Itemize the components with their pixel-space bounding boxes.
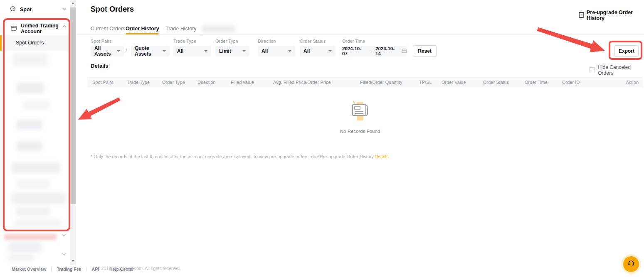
column-header: Trade Type	[127, 80, 150, 85]
column-header: Order Value	[442, 80, 466, 85]
sidebar-item-unified-trading-account[interactable]: Unified Trading Account	[11, 23, 68, 34]
order-type-dropdown[interactable]: Limit	[215, 46, 249, 56]
redacted-menu-item[interactable]	[15, 219, 61, 228]
order-time-label: Order Time	[342, 39, 365, 44]
order-status-dropdown[interactable]: All	[300, 46, 336, 56]
empty-state: No Records Found	[324, 100, 396, 134]
hide-canceled-orders-toggle[interactable]: Hide Canceled Orders	[590, 64, 644, 76]
export-button[interactable]: Export	[614, 45, 639, 57]
wallet-card-icon	[11, 26, 17, 32]
redacted-menu-item[interactable]	[17, 180, 50, 189]
direction-dropdown[interactable]: All	[258, 46, 295, 56]
quote-asset-dropdown[interactable]: Quote Assets	[131, 46, 170, 56]
column-header: Order ID	[562, 80, 580, 85]
document-icon	[579, 12, 584, 19]
trade-type-label: Trade Type	[173, 39, 196, 44]
redacted-menu-item[interactable]	[23, 101, 49, 110]
chevron-down-icon	[62, 6, 67, 14]
order-time-range-picker[interactable]: 2024-10-07 → 2024-10-14	[342, 46, 407, 56]
caret-down-icon	[163, 50, 166, 52]
trade-type-dropdown[interactable]: All	[173, 46, 211, 56]
sidebar: Spot Unified Trading Account Spot Orders	[0, 0, 70, 266]
redacted-menu-item[interactable]	[17, 83, 44, 93]
order-type-label: Order Type	[215, 39, 238, 44]
customer-support-button[interactable]	[623, 256, 639, 272]
annotation-arrow-export	[534, 25, 609, 56]
sidebar-item-label: Unified Trading Account	[21, 23, 68, 34]
caret-down-icon	[288, 50, 291, 52]
column-header: Filled/Order Quantity	[360, 80, 402, 85]
quote-asset-value: Quote Assets	[135, 45, 159, 57]
caret-down-icon	[242, 50, 246, 52]
date-range-arrow: →	[368, 49, 373, 54]
redacted-menu-item[interactable]	[12, 193, 66, 204]
scroll-up-icon[interactable]: ▲	[70, 0, 76, 7]
details-title: Details	[91, 63, 109, 69]
hide-canceled-label: Hide Canceled Orders	[598, 64, 644, 76]
details-link[interactable]: Details	[375, 154, 389, 159]
redacted-menu-item[interactable]	[17, 142, 42, 151]
redacted-menu-item-highlighted[interactable]	[4, 234, 57, 240]
caret-down-icon	[328, 50, 332, 52]
footer-divider	[86, 267, 86, 271]
caret-down-icon	[117, 50, 120, 52]
column-header: Action	[626, 80, 639, 85]
sidebar-active-indicator	[0, 35, 2, 51]
date-from: 2024-10-07	[342, 46, 366, 56]
spot-pairs-label: Spot Pairs	[91, 39, 112, 44]
direction-value: All	[262, 48, 268, 54]
tabs-divider	[76, 34, 644, 35]
base-asset-dropdown[interactable]: All Assets	[91, 46, 124, 56]
order-status-label: Order Status	[300, 39, 326, 44]
redacted-menu-item[interactable]	[12, 162, 60, 173]
sidebar-scrollbar-thumb[interactable]	[70, 7, 76, 204]
checkbox-unchecked-icon[interactable]	[590, 67, 595, 73]
page-title: Spot Orders	[91, 5, 134, 14]
tab-current-orders[interactable]: Current Orders	[91, 26, 125, 32]
redacted-menu-item[interactable]	[16, 207, 50, 216]
sidebar-item-label: Spot	[20, 7, 32, 12]
sidebar-item-spot-orders[interactable]: Spot Orders	[16, 40, 44, 46]
redacted-menu-item[interactable]	[17, 120, 42, 130]
caret-down-icon	[204, 50, 207, 52]
chevron-up-icon	[62, 23, 67, 31]
reset-button[interactable]: Reset	[413, 45, 437, 57]
redacted-menu-item[interactable]	[8, 255, 34, 261]
date-to: 2024-10-14	[375, 46, 399, 56]
order-status-value: All	[303, 48, 310, 54]
footer-link-market-overview[interactable]: Market Overview	[12, 267, 46, 272]
tab-order-history[interactable]: Order History	[126, 26, 159, 32]
footer-divider	[51, 267, 52, 271]
footer-link-trading-fee[interactable]: Trading Fee	[57, 267, 81, 272]
order-type-value: Limit	[219, 48, 231, 54]
chevron-down-icon	[62, 251, 66, 257]
headset-icon	[627, 260, 635, 269]
base-asset-value: All Assets	[94, 45, 114, 57]
column-header: Order Time	[525, 80, 548, 85]
copyright-text: © 2018-2024 Bybit.com. All rights reserv…	[97, 266, 181, 271]
redacted-menu-item[interactable]	[8, 242, 42, 252]
tab-redacted[interactable]	[202, 25, 235, 33]
pair-separator: /	[126, 47, 127, 54]
column-header: Direction	[197, 80, 215, 85]
redacted-menu-item[interactable]	[12, 54, 48, 66]
direction-label: Direction	[258, 39, 276, 44]
tab-trade-history[interactable]: Trade History	[165, 26, 197, 32]
trade-type-value: All	[177, 48, 183, 54]
sidebar-item-spot[interactable]: Spot	[10, 6, 67, 13]
column-header: Order Type	[162, 80, 185, 85]
records-footnote: * Only the records of the last 6 months …	[91, 154, 389, 159]
footnote-text: * Only the records of the last 6 months …	[91, 154, 375, 159]
annotation-arrow-sidebar	[75, 95, 125, 124]
scroll-down-icon[interactable]: ▼	[70, 258, 76, 265]
pre-upgrade-label: Pre-upgrade Order History	[587, 10, 644, 21]
calendar-icon	[402, 48, 407, 54]
column-header: Order Status	[483, 80, 509, 85]
spot-coin-icon	[10, 6, 16, 13]
table-header-row: Spot Pairs Trade Type Order Type Directi…	[87, 77, 643, 88]
chevron-down-icon	[62, 233, 66, 238]
no-records-icon	[348, 100, 372, 122]
spot-orders-page: Spot Unified Trading Account Spot Orders	[0, 0, 644, 277]
pre-upgrade-order-history-link[interactable]: Pre-upgrade Order History	[579, 10, 644, 21]
column-header: TP/SL	[419, 80, 432, 85]
